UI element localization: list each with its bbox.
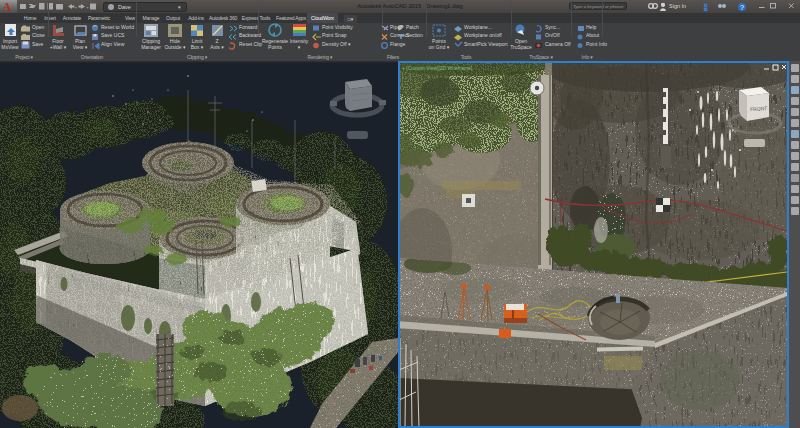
svg-text:View ▾: View ▾ (73, 44, 88, 50)
svg-text:+ [Custom View][2D Wireframe]: + [Custom View][2D Wireframe] (402, 65, 473, 71)
svg-text:About: About (586, 32, 600, 38)
svg-text:+Wall ▾: +Wall ▾ (50, 44, 67, 50)
svg-text:SmartPick Viewport: SmartPick Viewport (464, 41, 508, 47)
svg-text:Density Off ▾: Density Off ▾ (322, 41, 351, 47)
svg-text:A: A (3, 0, 12, 13)
svg-text:▾: ▾ (298, 44, 301, 50)
svg-text:Reset Clip: Reset Clip (239, 41, 262, 47)
svg-text:Camera Off: Camera Off (545, 41, 571, 47)
svg-text:Outside ▾: Outside ▾ (164, 44, 186, 50)
svg-text:Points: Points (268, 44, 282, 50)
svg-text:on Grid ▾: on Grid ▾ (429, 44, 450, 50)
svg-text:Close: Close (32, 32, 45, 38)
svg-text:Sync...: Sync... (545, 24, 560, 30)
svg-text:Point Visibility: Point Visibility (322, 24, 353, 30)
svg-text:Box ▾: Box ▾ (191, 44, 204, 50)
svg-text:Open: Open (32, 24, 44, 30)
svg-text:Backward: Backward (239, 32, 261, 38)
svg-text:Help: Help (586, 24, 597, 30)
svg-text:?: ? (740, 4, 744, 11)
svg-text:Workplane...: Workplane... (464, 24, 492, 30)
svg-text:Section: Section (406, 32, 423, 38)
svg-text:Flange: Flange (390, 41, 406, 47)
svg-text:Patch: Patch (406, 24, 419, 30)
svg-text:Workplane on/off: Workplane on/off (464, 32, 502, 38)
svg-text:▾: ▾ (75, 5, 77, 10)
svg-text:▾: ▾ (87, 5, 89, 10)
svg-text:Reset to World: Reset to World (101, 24, 134, 30)
svg-text:Align View: Align View (101, 41, 125, 47)
svg-text:Point Snap: Point Snap (322, 32, 347, 38)
svg-text:Save UCS: Save UCS (101, 32, 125, 38)
svg-text:Point Info: Point Info (586, 41, 607, 47)
svg-text:On/Off: On/Off (545, 32, 560, 38)
svg-text:FRONT: FRONT (750, 105, 768, 112)
svg-text:Manager: Manager (141, 44, 161, 50)
svg-text:Save: Save (32, 41, 44, 47)
svg-text:MsView: MsView (1, 44, 19, 50)
svg-text:Axis ▾: Axis ▾ (210, 44, 224, 50)
svg-text:TruSpace: TruSpace (510, 44, 532, 50)
svg-text:Forward: Forward (239, 24, 258, 30)
